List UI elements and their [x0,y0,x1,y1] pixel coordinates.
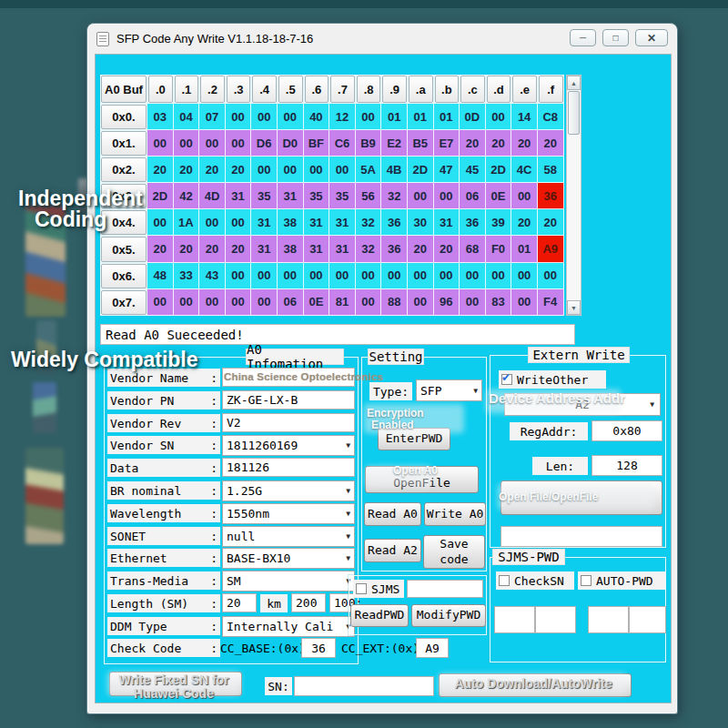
hex-cell[interactable]: 31 [329,236,356,262]
title-bar[interactable]: SFP Code Any Write V1.1.18-18-7-16 ─ □ ✕ [87,24,677,54]
wavelength-combobox[interactable]: 1550nm▼ [222,503,355,524]
hex-cell[interactable]: 68 [460,236,486,262]
ethernet-combobox[interactable]: BASE-BX10▼ [222,548,355,569]
checkbox-icon[interactable] [499,575,510,586]
hex-cell[interactable]: 00 [278,157,304,183]
hex-cell[interactable]: 06 [460,183,486,209]
hex-cell[interactable]: 00 [147,209,174,236]
hex-cell[interactable]: 83 [486,289,512,316]
vendor-rev-input[interactable]: V2 [222,413,355,432]
cc-base-value[interactable]: 36 [301,638,336,658]
hex-cell[interactable]: 00 [251,289,278,316]
open-file-button[interactable]: OpenFile [365,466,479,493]
sjms-input[interactable] [407,580,483,598]
hex-cell[interactable]: 00 [356,263,382,289]
hex-cell[interactable]: 00 [356,289,382,316]
hex-cell[interactable]: 36 [460,209,486,236]
extern-open-file-button[interactable] [500,480,662,515]
auto-download-button[interactable] [439,673,632,697]
hex-cell[interactable]: 2D [147,183,174,209]
hex-cell[interactable]: 00 [226,289,252,316]
hex-cell[interactable]: 01 [434,104,460,130]
maximize-button[interactable]: □ [602,29,629,46]
hex-cell[interactable]: 35 [251,183,278,209]
hex-cell[interactable]: 31 [304,209,330,236]
hex-cell[interactable]: 2D [486,157,512,183]
hex-cell[interactable]: 4C [511,157,538,183]
hex-cell[interactable]: 56 [356,183,382,209]
hex-cell[interactable]: 20 [226,157,252,183]
length-km-input[interactable]: 20 [222,593,257,612]
hex-cell[interactable]: 31 [226,183,252,209]
hex-cell[interactable]: F4 [538,289,564,316]
hex-cell[interactable]: 00 [304,263,330,289]
modify-pwd-button[interactable]: ModifyPWD [411,604,486,627]
hex-cell[interactable]: 20 [226,236,252,262]
hex-cell[interactable]: 33 [174,263,200,289]
hex-cell[interactable]: 4B [381,157,408,183]
hex-cell[interactable]: 0E [304,289,330,316]
chevron-down-icon[interactable]: ▼ [346,441,350,450]
hex-cell[interactable]: 01 [511,236,538,262]
hex-cell[interactable]: 00 [278,104,304,130]
hex-cell[interactable]: 31 [278,183,304,209]
save-code-button[interactable]: Save code [423,535,485,569]
hex-cell[interactable]: D6 [251,130,278,157]
hex-cell[interactable]: 31 [251,209,278,236]
hex-cell[interactable]: 4D [199,183,226,209]
hex-cell[interactable]: 32 [356,209,382,236]
hex-cell[interactable]: 00 [538,263,564,289]
type-combobox[interactable]: SFP▼ [416,379,482,401]
enter-pwd-button[interactable]: EnterPWD [378,428,450,450]
hex-cell[interactable]: 01 [381,104,408,130]
hex-cell[interactable]: 20 [199,236,226,262]
device-addr-combobox[interactable]: A2▼ [504,393,661,416]
check-sn-checkbox[interactable]: CheckSN [496,571,574,590]
ddm-type-combobox[interactable]: Internally Cali▼ [222,616,355,637]
hex-cell[interactable]: 30 [408,209,434,236]
hex-cell[interactable]: 31 [329,209,356,236]
hex-cell[interactable]: 00 [226,130,252,157]
hex-cell[interactable]: 40 [304,104,330,130]
hex-cell[interactable]: 20 [434,236,460,262]
hex-cell[interactable]: 00 [408,263,434,289]
pwd-field-3[interactable] [588,606,629,633]
hex-cell[interactable]: 31 [304,236,330,262]
hex-cell[interactable]: C6 [329,130,356,157]
checkbox-icon[interactable] [581,575,592,586]
hex-cell[interactable]: 00 [278,263,304,289]
hex-cell[interactable]: 42 [174,183,200,209]
vendor-pn-input[interactable]: ZK-GE-LX-B [222,390,355,410]
chevron-down-icon[interactable]: ▼ [346,532,350,541]
hex-cell[interactable]: 88 [381,289,408,316]
hex-cell[interactable]: 00 [511,289,538,316]
table-scrollbar[interactable]: ▲ ▼ [566,75,581,316]
hex-cell[interactable]: 06 [278,289,304,316]
hex-cell[interactable]: 01 [408,104,434,130]
write-fixed-sn-button[interactable] [109,672,242,696]
hex-cell[interactable]: 00 [199,130,226,157]
hex-cell[interactable]: 96 [434,289,460,316]
hex-cell[interactable]: 58 [538,157,564,183]
hex-cell[interactable]: 12 [329,104,356,130]
hex-cell[interactable]: A9 [538,236,564,262]
hex-cell[interactable]: 32 [356,236,382,262]
hex-cell[interactable]: 48 [147,263,174,289]
hex-cell[interactable]: 00 [226,104,252,130]
checkbox-icon[interactable] [356,583,367,594]
hex-cell[interactable]: 14 [511,104,538,130]
hex-cell[interactable]: 00 [251,104,278,130]
hex-cell[interactable]: 1A [174,209,200,236]
trans-media-combobox[interactable]: SM▼ [222,571,355,592]
hex-cell[interactable]: 20 [511,209,538,236]
len-input[interactable]: 128 [592,455,662,476]
hex-cell[interactable]: D0 [278,130,304,157]
hex-cell[interactable]: 20 [147,157,174,183]
hex-cell[interactable]: 20 [199,157,226,183]
minimize-button[interactable]: ─ [570,29,596,46]
scrollbar-thumb[interactable] [568,91,580,135]
hex-cell[interactable]: 00 [460,289,486,316]
pwd-field-4[interactable] [629,606,666,633]
write-a0-button[interactable]: Write A0 [424,502,486,526]
sonet-combobox[interactable]: null▼ [222,526,355,547]
